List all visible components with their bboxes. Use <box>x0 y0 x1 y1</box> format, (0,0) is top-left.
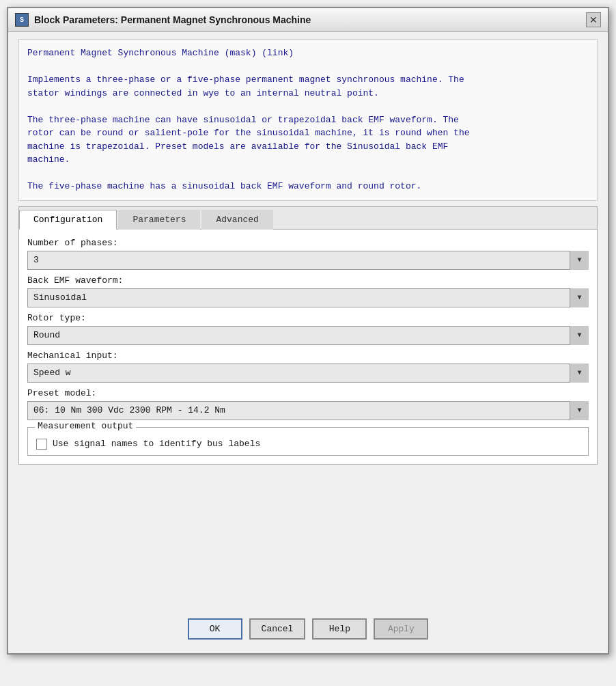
ok-button[interactable]: OK <box>188 618 242 640</box>
tab-parameters[interactable]: Parameters <box>118 210 200 230</box>
dialog-window: S Block Parameters: Permanent Magnet Syn… <box>7 7 609 655</box>
back-emf-dropdown[interactable]: Sinusoidal Trapezoidal <box>27 288 589 307</box>
description-area: Permanent Magnet Synchronous Machine (ma… <box>18 39 598 201</box>
mechanical-input-dropdown[interactable]: Speed w Torque Tm <box>27 363 589 383</box>
spacer <box>18 465 598 601</box>
back-emf-wrapper: Sinusoidal Trapezoidal ▼ <box>27 288 589 307</box>
tab-content-configuration: Number of phases: 3 5 ▼ Back EMF wavefor… <box>19 230 597 464</box>
window-title: Block Parameters: Permanent Magnet Synch… <box>34 14 311 25</box>
dialog-footer: OK Cancel Help Apply <box>8 608 608 653</box>
title-bar-left: S Block Parameters: Permanent Magnet Syn… <box>15 13 311 27</box>
back-emf-label: Back EMF waveform: <box>27 275 589 286</box>
preset-model-dropdown[interactable]: 06: 10 Nm 300 Vdc 2300 RPM - 14.2 Nm <box>27 401 589 420</box>
icon-letter: S <box>20 16 24 24</box>
num-phases-dropdown[interactable]: 3 5 <box>27 251 589 270</box>
mechanical-input-label: Mechanical input: <box>27 351 589 361</box>
rotor-type-label: Rotor type: <box>27 313 589 323</box>
tab-configuration[interactable]: Configuration <box>19 210 117 230</box>
rotor-type-wrapper: Round Salient-pole ▼ <box>27 326 589 345</box>
description-line1: Permanent Magnet Synchronous Machine (ma… <box>27 46 589 60</box>
preset-model-wrapper: 06: 10 Nm 300 Vdc 2300 RPM - 14.2 Nm ▼ <box>27 401 589 420</box>
window-icon: S <box>15 13 29 27</box>
num-phases-label: Number of phases: <box>27 238 589 248</box>
mechanical-input-wrapper: Speed w Torque Tm ▼ <box>27 363 589 383</box>
dialog-body: Permanent Magnet Synchronous Machine (ma… <box>8 32 608 608</box>
preset-model-label: Preset model: <box>27 388 589 398</box>
bus-labels-checkbox[interactable] <box>36 439 47 450</box>
description-title-text: Permanent Magnet Synchronous Machine (ma… <box>27 48 294 58</box>
tabs-header: Configuration Parameters Advanced <box>19 207 597 230</box>
description-body: Implements a three-phase or a five-phase… <box>27 73 589 193</box>
close-button[interactable]: ✕ <box>586 12 601 27</box>
cancel-button[interactable]: Cancel <box>249 618 306 640</box>
tab-advanced[interactable]: Advanced <box>201 210 272 230</box>
bus-labels-label: Use signal names to identify bus labels <box>53 439 260 449</box>
measurement-legend: Measurement output <box>35 421 136 431</box>
num-phases-wrapper: 3 5 ▼ <box>27 251 589 270</box>
rotor-type-dropdown[interactable]: Round Salient-pole <box>27 326 589 345</box>
apply-button[interactable]: Apply <box>374 618 428 640</box>
measurement-output-group: Measurement output Use signal names to i… <box>27 427 589 456</box>
help-button[interactable]: Help <box>312 618 367 640</box>
title-bar: S Block Parameters: Permanent Magnet Syn… <box>8 8 608 32</box>
tabs-container: Configuration Parameters Advanced Number… <box>18 206 598 465</box>
checkbox-row: Use signal names to identify bus labels <box>36 439 580 450</box>
